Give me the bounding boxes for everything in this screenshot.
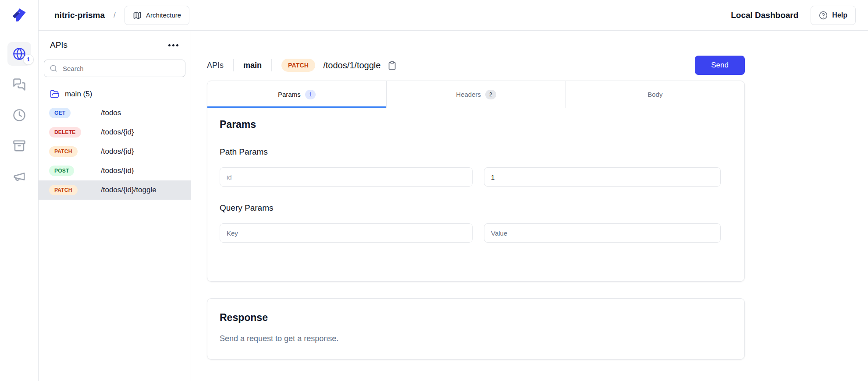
breadcrumb-apis: APIs — [207, 61, 224, 70]
endpoint-path: /todos/{id} — [101, 128, 191, 137]
send-button[interactable]: Send — [695, 56, 745, 75]
bucket-icon — [13, 139, 26, 152]
breadcrumb-request-path: /todos/1/toggle — [323, 60, 381, 71]
request-breadcrumb-bar: APIs main PATCH /todos/1/toggle Send — [207, 55, 745, 75]
endpoint-list: GET/todosDELETE/todos/{id}PATCH/todos/{i… — [39, 103, 191, 200]
search-icon — [50, 64, 57, 72]
icon-rail: 1 — [0, 31, 39, 381]
request-tabbar: Params1Headers2Body — [207, 81, 744, 108]
breadcrumb-method-badge: PATCH — [281, 59, 315, 72]
api-group-main[interactable]: main (5) — [39, 89, 191, 99]
architecture-button[interactable]: Architecture — [125, 6, 189, 25]
project-name: nitric-prisma — [54, 11, 105, 20]
tab-label: Body — [647, 91, 662, 98]
breadcrumb-divider — [271, 59, 272, 71]
search-wrap — [44, 60, 185, 77]
breadcrumb-divider — [233, 59, 234, 71]
tab-headers[interactable]: Headers2 — [386, 81, 565, 108]
logo-cell — [0, 0, 39, 31]
folder-open-icon — [50, 89, 60, 99]
main-content: APIs main PATCH /todos/1/toggle Send Par… — [191, 31, 868, 381]
method-badge: DELETE — [49, 127, 81, 138]
map-icon — [133, 11, 142, 20]
tab-body[interactable]: Body — [566, 81, 744, 108]
api-group-label: main (5) — [65, 90, 92, 99]
rail-item-websockets[interactable] — [7, 73, 31, 96]
megaphone-icon — [13, 170, 26, 183]
apis-panel: APIs main (5) GET/todosDELETE/todos/{id}… — [39, 31, 191, 381]
query-param-value-input[interactable] — [484, 223, 721, 243]
endpoint-row[interactable]: PATCH/todos/{id} — [39, 142, 191, 161]
help-button-label: Help — [832, 11, 847, 19]
path-param-rows — [220, 167, 732, 187]
breadcrumb-separator: / — [114, 11, 116, 20]
endpoint-path: /todos/{id} — [101, 147, 191, 156]
topbar-right: Local Dashboard Help — [731, 6, 856, 25]
params-section-title: Params — [220, 119, 732, 131]
endpoint-path: /todos/{id}/toggle — [101, 186, 191, 194]
tab-params[interactable]: Params1 — [207, 81, 386, 108]
path-params-title: Path Params — [220, 147, 732, 157]
rail-item-feedback[interactable] — [7, 165, 31, 188]
endpoint-row[interactable]: POST/todos/{id} — [39, 161, 191, 180]
apis-panel-header: APIs — [39, 40, 191, 50]
dashboard-title: Local Dashboard — [731, 11, 798, 20]
path-param-row — [220, 167, 732, 187]
breadcrumb-api-name: main — [243, 61, 262, 70]
help-button[interactable]: Help — [811, 6, 856, 25]
help-circle-icon — [819, 11, 828, 20]
rail-item-storage[interactable] — [7, 134, 31, 158]
tab-count-badge: 2 — [485, 90, 496, 99]
query-param-key-input[interactable] — [220, 223, 473, 243]
method-badge: PATCH — [49, 146, 78, 157]
topbar: nitric-prisma / Architecture Local Dashb… — [39, 0, 868, 31]
apis-menu-button[interactable] — [166, 42, 181, 49]
clipboard-icon — [388, 61, 397, 70]
endpoint-path: /todos — [101, 109, 191, 117]
chat-icon — [13, 78, 26, 91]
request-card: Params1Headers2Body Params Path Params Q… — [207, 81, 745, 282]
response-empty-message: Send a request to get a response. — [220, 334, 732, 343]
path-param-value-input[interactable] — [484, 167, 721, 187]
method-badge: POST — [49, 166, 74, 176]
endpoint-row[interactable]: DELETE/todos/{id} — [39, 123, 191, 142]
nitric-logo-icon[interactable] — [10, 6, 28, 25]
tab-label: Headers — [456, 91, 481, 98]
apis-panel-title: APIs — [50, 40, 68, 50]
path-param-key-input[interactable] — [220, 167, 473, 187]
ellipsis-icon — [168, 44, 171, 46]
query-param-row — [220, 223, 732, 243]
endpoint-row[interactable]: PATCH/todos/{id}/toggle — [39, 180, 191, 200]
rail-item-badge: 1 — [23, 54, 34, 65]
response-title: Response — [220, 312, 732, 324]
endpoint-path: /todos/{id} — [101, 166, 191, 175]
copy-path-button[interactable] — [387, 60, 398, 71]
tab-label: Params — [278, 91, 301, 98]
endpoint-row[interactable]: GET/todos — [39, 103, 191, 123]
method-badge: PATCH — [49, 185, 78, 195]
search-input[interactable] — [44, 60, 185, 77]
app-root: nitric-prisma / Architecture Local Dashb… — [0, 0, 868, 381]
params-body: Params Path Params Query Params — [207, 108, 744, 243]
rail-item-schedules[interactable] — [7, 103, 31, 127]
clock-icon — [13, 109, 26, 122]
method-badge: GET — [49, 108, 71, 118]
query-param-rows — [220, 223, 732, 243]
query-params-title: Query Params — [220, 203, 732, 213]
response-card: Response Send a request to get a respons… — [207, 298, 745, 360]
tab-count-badge: 1 — [305, 90, 316, 99]
rail-item-apis[interactable]: 1 — [7, 42, 31, 66]
architecture-button-label: Architecture — [146, 11, 181, 19]
